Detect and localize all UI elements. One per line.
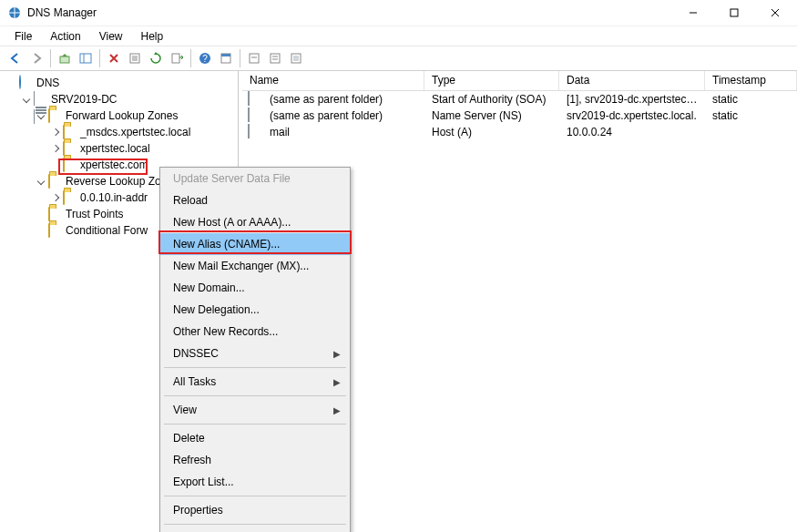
- ctx-new-alias[interactable]: New Alias (CNAME)...: [160, 233, 350, 255]
- folder-icon: [63, 190, 77, 205]
- tree-forward-lookup-zones[interactable]: Forward Lookup Zones: [0, 107, 238, 124]
- tool-button-3[interactable]: [265, 48, 285, 68]
- column-headers: Name Type Data Timestamp: [242, 71, 797, 91]
- back-button[interactable]: [5, 48, 26, 68]
- tool-button-1[interactable]: [216, 48, 236, 68]
- delete-button[interactable]: [104, 48, 124, 68]
- tree-root-label: DNS: [36, 77, 59, 89]
- ctx-reload[interactable]: Reload: [160, 189, 350, 211]
- menu-view[interactable]: View: [90, 28, 132, 45]
- cell-name: (same as parent folder): [262, 93, 424, 106]
- app-icon: [7, 5, 22, 20]
- ctx-new-mx[interactable]: New Mail Exchanger (MX)...: [160, 255, 350, 277]
- menu-file[interactable]: File: [5, 28, 41, 45]
- properties-button[interactable]: [125, 48, 145, 68]
- ctx-separator: [164, 524, 346, 525]
- svg-rect-19: [271, 54, 280, 63]
- cell-data: [1], srv2019-dc.xpertstec.l...: [559, 93, 705, 106]
- tree-root-dns[interactable]: DNS: [0, 75, 238, 91]
- tree-zone-msdcs[interactable]: _msdcs.xpertstec.local: [0, 124, 238, 140]
- column-data[interactable]: Data: [559, 71, 705, 90]
- tool-button-2[interactable]: [244, 48, 264, 68]
- server-icon: [34, 92, 48, 107]
- ctx-view[interactable]: View▶: [160, 399, 350, 421]
- ctx-refresh[interactable]: Refresh: [160, 449, 350, 471]
- svg-rect-23: [293, 56, 299, 61]
- cell-data: 10.0.0.24: [559, 126, 705, 138]
- svg-rect-17: [250, 54, 259, 63]
- dns-icon: [19, 76, 34, 90]
- cell-type: Name Server (NS): [424, 109, 559, 122]
- highlight-selected-zone: [58, 159, 148, 175]
- record-row[interactable]: (same as parent folder) Name Server (NS)…: [242, 107, 797, 124]
- submenu-arrow-icon: ▶: [333, 377, 341, 387]
- svg-rect-16: [221, 54, 230, 56]
- close-button[interactable]: [754, 0, 795, 26]
- cell-name: (same as parent folder): [262, 109, 424, 122]
- tree-zone-label: _msdcs.xpertstec.local: [80, 126, 190, 138]
- svg-rect-12: [172, 54, 179, 63]
- maximize-button[interactable]: [713, 0, 754, 26]
- folder-icon: [48, 108, 63, 123]
- svg-rect-6: [80, 54, 91, 63]
- refresh-button[interactable]: [146, 48, 166, 68]
- ctx-update-server-data-file: Update Server Data File: [160, 168, 350, 189]
- tree-server[interactable]: SRV2019-DC: [0, 91, 238, 107]
- cell-type: Start of Authority (SOA): [424, 93, 559, 106]
- ctx-other-new-records[interactable]: Other New Records...: [160, 321, 350, 343]
- tree-flz-label: Forward Lookup Zones: [66, 109, 178, 122]
- ctx-view-label: View: [173, 404, 197, 416]
- window-title: DNS Manager: [27, 6, 672, 19]
- ctx-separator: [164, 395, 346, 396]
- cell-timestamp: static: [705, 93, 797, 106]
- title-bar: DNS Manager: [0, 0, 797, 26]
- menu-bar: File Action View Help: [0, 26, 797, 46]
- tree-zone-label: 0.0.10.in-addr: [80, 191, 148, 204]
- menu-action[interactable]: Action: [41, 28, 89, 45]
- tree-cf-label: Conditional Forw: [66, 224, 148, 237]
- svg-rect-5: [60, 56, 69, 63]
- ctx-properties[interactable]: Properties: [160, 499, 350, 521]
- ctx-all-tasks[interactable]: All Tasks▶: [160, 371, 350, 393]
- cell-type: Host (A): [424, 126, 559, 138]
- ctx-new-delegation[interactable]: New Delegation...: [160, 299, 350, 321]
- ctx-all-tasks-label: All Tasks: [173, 375, 216, 388]
- tool-button-4[interactable]: [286, 48, 306, 68]
- submenu-arrow-icon: ▶: [333, 405, 341, 415]
- svg-rect-2: [731, 9, 738, 16]
- column-name[interactable]: Name: [242, 71, 424, 90]
- column-type[interactable]: Type: [424, 71, 559, 90]
- column-timestamp[interactable]: Timestamp: [705, 71, 797, 90]
- submenu-arrow-icon: ▶: [333, 349, 341, 359]
- ctx-dnssec[interactable]: DNSSEC▶: [160, 343, 350, 364]
- ctx-help[interactable]: Help: [160, 527, 350, 532]
- ctx-export-list[interactable]: Export List...: [160, 471, 350, 493]
- ctx-separator: [164, 424, 346, 425]
- ctx-separator: [164, 496, 346, 496]
- cell-data: srv2019-dc.xpertstec.local.: [559, 109, 705, 122]
- record-icon: [248, 108, 262, 123]
- tree-zone-xpertstec-local[interactable]: xpertstec.local: [0, 140, 238, 157]
- cell-timestamp: static: [705, 109, 797, 122]
- ctx-delete[interactable]: Delete: [160, 427, 350, 449]
- up-button[interactable]: [55, 48, 75, 68]
- svg-text:?: ?: [202, 54, 208, 64]
- help-button[interactable]: ?: [195, 48, 215, 68]
- context-menu: Update Server Data File Reload New Host …: [159, 167, 351, 532]
- show-hide-tree-button[interactable]: [76, 48, 96, 68]
- record-icon: [248, 125, 262, 139]
- tree-server-label: SRV2019-DC: [51, 93, 117, 106]
- ctx-new-host[interactable]: New Host (A or AAAA)...: [160, 211, 350, 233]
- ctx-dnssec-label: DNSSEC: [173, 347, 219, 360]
- forward-button[interactable]: [26, 48, 46, 68]
- toolbar: ?: [0, 46, 797, 71]
- folder-icon: [48, 174, 63, 189]
- menu-help[interactable]: Help: [132, 28, 173, 45]
- ctx-new-domain[interactable]: New Domain...: [160, 277, 350, 299]
- export-button[interactable]: [167, 48, 187, 68]
- folder-icon: [48, 207, 63, 221]
- minimize-button[interactable]: [672, 0, 713, 26]
- record-row[interactable]: (same as parent folder) Start of Authori…: [242, 91, 797, 107]
- record-row[interactable]: mail Host (A) 10.0.0.24: [242, 124, 797, 140]
- folder-icon: [48, 223, 63, 238]
